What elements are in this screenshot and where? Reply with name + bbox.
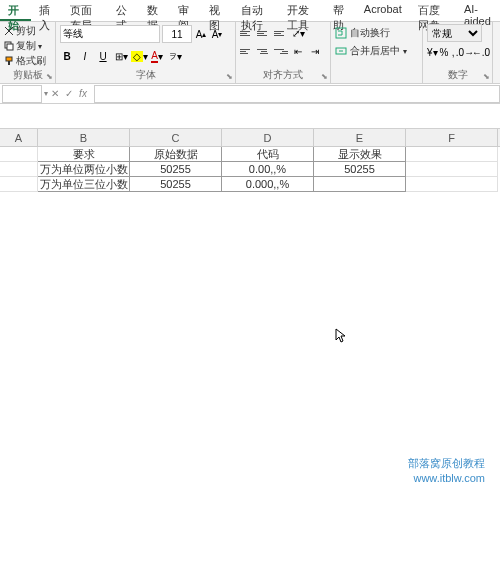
font-name-select[interactable]: [60, 25, 160, 43]
wrap-text-button[interactable]: 自动换行: [335, 24, 418, 42]
align-top-button[interactable]: [240, 26, 254, 40]
align-label: 对齐方式: [236, 68, 330, 82]
font-color-button[interactable]: A▾: [150, 48, 164, 64]
number-format-select[interactable]: 常规: [427, 24, 482, 42]
align-group: ⤢▾ ⇤ ⇥ 对齐方式 ⬊: [236, 22, 331, 83]
decrease-font-button[interactable]: A▾: [210, 26, 224, 42]
copy-label: 复制: [16, 39, 36, 53]
col-header-F[interactable]: F: [406, 129, 498, 146]
name-box[interactable]: [2, 85, 42, 103]
fx-icon[interactable]: fx: [76, 87, 90, 101]
underline-button[interactable]: U: [96, 48, 110, 64]
align-left-button[interactable]: [240, 44, 254, 58]
cell-A3[interactable]: [0, 177, 38, 192]
cancel-icon[interactable]: ✕: [48, 87, 62, 101]
tab-insert[interactable]: 插入: [31, 0, 62, 21]
cell-C3[interactable]: 50255: [130, 177, 222, 192]
cell-C1[interactable]: 原始数据: [130, 147, 222, 162]
tab-ai[interactable]: AI-aided: [456, 0, 500, 21]
ribbon: 剪切 复制▾ 格式刷 剪贴板 ⬊ A▴ A▾ B I U ⊞▾ ◇▾ A▾ ヲ▾…: [0, 22, 500, 84]
tab-review[interactable]: 审阅: [170, 0, 201, 21]
bold-button[interactable]: B: [60, 48, 74, 64]
tab-data[interactable]: 数据: [139, 0, 170, 21]
orientation-button[interactable]: ⤢▾: [291, 25, 305, 41]
number-launcher-icon[interactable]: ⬊: [483, 72, 490, 81]
cell-B2[interactable]: 万为单位两位小数: [38, 162, 130, 177]
cell-A1[interactable]: [0, 147, 38, 162]
merge-label: 合并后居中: [350, 44, 400, 58]
tab-acrobat[interactable]: Acrobat: [356, 0, 410, 21]
indent-left-button[interactable]: ⇤: [291, 43, 305, 59]
align-launcher-icon[interactable]: ⬊: [321, 72, 328, 81]
tab-help[interactable]: 帮助: [325, 0, 356, 21]
confirm-icon[interactable]: ✓: [62, 87, 76, 101]
increase-font-button[interactable]: A▴: [194, 26, 208, 42]
wrap-group: 自动换行 合并后居中▾: [331, 22, 423, 83]
font-size-select[interactable]: [162, 25, 192, 43]
phonetic-button[interactable]: ヲ▾: [168, 48, 182, 64]
col-header-B[interactable]: B: [38, 129, 130, 146]
align-right-button[interactable]: [274, 44, 288, 58]
align-center-button[interactable]: [257, 44, 271, 58]
cell-E3[interactable]: [314, 177, 406, 192]
tab-dev[interactable]: 开发工具: [279, 0, 325, 21]
svg-rect-1: [7, 44, 13, 50]
currency-button[interactable]: ¥▾: [427, 44, 438, 60]
align-middle-button[interactable]: [257, 26, 271, 40]
col-header-E[interactable]: E: [314, 129, 406, 146]
number-label: 数字: [423, 68, 492, 82]
cut-label: 剪切: [16, 24, 36, 38]
tab-auto[interactable]: 自动执行: [233, 0, 279, 21]
cell-F1[interactable]: [406, 147, 498, 162]
fill-color-button[interactable]: ◇▾: [132, 48, 146, 64]
italic-button[interactable]: I: [78, 48, 92, 64]
copy-button[interactable]: 复制▾: [4, 39, 51, 53]
tab-baidu[interactable]: 百度网盘: [410, 0, 456, 21]
align-bottom-button[interactable]: [274, 26, 288, 40]
column-headers: A B C D E F: [0, 129, 500, 147]
clipboard-group: 剪切 复制▾ 格式刷 剪贴板 ⬊: [0, 22, 56, 83]
cell-B3[interactable]: 万为单位三位小数: [38, 177, 130, 192]
border-button[interactable]: ⊞▾: [114, 48, 128, 64]
format-label: 格式刷: [16, 54, 46, 68]
watermark-line1: 部落窝原创教程: [408, 456, 485, 470]
col-header-D[interactable]: D: [222, 129, 314, 146]
ribbon-tabs: 开始 插入 页面布局 公式 数据 审阅 视图 自动执行 开发工具 帮助 Acro…: [0, 0, 500, 22]
cell-D2[interactable]: 0.00,,%: [222, 162, 314, 177]
svg-rect-2: [6, 57, 12, 61]
cut-button[interactable]: 剪切: [4, 24, 51, 38]
col-header-C[interactable]: C: [130, 129, 222, 146]
cell-C2[interactable]: 50255: [130, 162, 222, 177]
merge-icon: [335, 45, 347, 57]
wrap-icon: [335, 27, 347, 39]
percent-button[interactable]: %: [440, 44, 449, 60]
indent-right-button[interactable]: ⇥: [308, 43, 322, 59]
svg-rect-3: [8, 61, 10, 65]
cell-B1[interactable]: 要求: [38, 147, 130, 162]
merge-button[interactable]: 合并后居中▾: [335, 42, 418, 60]
increase-decimal-button[interactable]: .0→: [458, 44, 472, 60]
font-launcher-icon[interactable]: ⬊: [226, 72, 233, 81]
cell-D3[interactable]: 0.000,,%: [222, 177, 314, 192]
cell-E2[interactable]: 50255: [314, 162, 406, 177]
tab-home[interactable]: 开始: [0, 0, 31, 21]
cell-F3[interactable]: [406, 177, 498, 192]
cell-F2[interactable]: [406, 162, 498, 177]
tab-layout[interactable]: 页面布局: [62, 0, 108, 21]
tab-view[interactable]: 视图: [201, 0, 232, 21]
cell-A2[interactable]: [0, 162, 38, 177]
font-label: 字体: [56, 68, 235, 82]
number-group: 常规 ¥▾ % , .0→ ←.0 数字 ⬊: [423, 22, 493, 83]
formula-input[interactable]: [94, 85, 500, 103]
sheet-area: A B C D E F 要求 原始数据 代码 显示效果 万为单位两位小数 502…: [0, 129, 500, 192]
formula-bar: ▾ ✕ ✓ fx: [0, 84, 500, 104]
col-header-A[interactable]: A: [0, 129, 38, 146]
clipboard-launcher-icon[interactable]: ⬊: [46, 72, 53, 81]
cell-D1[interactable]: 代码: [222, 147, 314, 162]
decrease-decimal-button[interactable]: ←.0: [474, 44, 488, 60]
wrap-label: 自动换行: [350, 26, 390, 40]
watermark: 部落窝原创教程 www.itblw.com: [408, 456, 485, 485]
format-painter-button[interactable]: 格式刷: [4, 54, 51, 68]
cell-E1[interactable]: 显示效果: [314, 147, 406, 162]
tab-formula[interactable]: 公式: [108, 0, 139, 21]
